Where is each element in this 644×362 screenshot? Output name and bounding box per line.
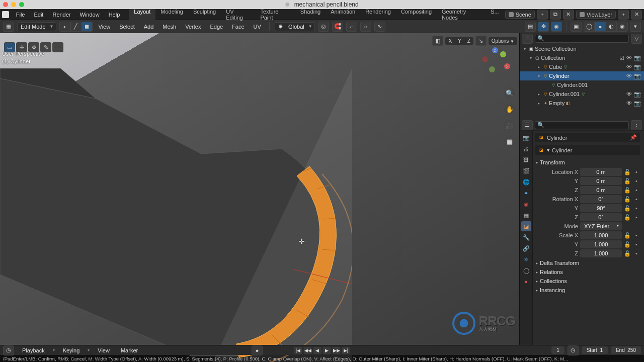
- tab-layout[interactable]: Layout: [129, 7, 155, 22]
- tab-object-icon[interactable]: ◪: [521, 221, 531, 231]
- scale-z-field[interactable]: 1.000: [580, 249, 622, 257]
- tab-constraints-icon[interactable]: 🔗: [521, 243, 531, 253]
- prop-edit-icon[interactable]: ○: [360, 22, 371, 32]
- tree-item-empty[interactable]: ▸✦Empty ◧ 👁📷: [520, 99, 644, 108]
- vis-icon[interactable]: 👁: [626, 55, 632, 61]
- tab-output-icon[interactable]: 🖨: [521, 144, 531, 154]
- menu-view[interactable]: View: [96, 24, 114, 30]
- properties-type-icon[interactable]: ☰: [522, 120, 533, 130]
- orientation-select[interactable]: ⊕ Global▼: [275, 22, 315, 31]
- menu-vertex[interactable]: Vertex: [182, 24, 204, 30]
- viewport-3d[interactable]: ▭ ✛ ✥ ✎ — ◧ XYZ ↘ Options ▼ User Perspec…: [0, 33, 519, 345]
- lock-icon[interactable]: 🔓: [624, 196, 631, 203]
- render-icon[interactable]: 📷: [634, 100, 641, 107]
- lock-icon[interactable]: 🔓: [624, 214, 631, 221]
- tab-animation[interactable]: Animation: [326, 7, 360, 22]
- menu-view-tl[interactable]: View: [95, 347, 113, 353]
- clock-icon[interactable]: ◷: [568, 345, 579, 355]
- tab-scene-icon[interactable]: 🎬: [521, 166, 531, 176]
- tab-uv-editing[interactable]: UV Editing: [221, 7, 255, 22]
- tree-collection[interactable]: ▾▢ Collection ☑👁📷: [520, 53, 644, 62]
- properties-options-icon[interactable]: ⋮: [631, 120, 642, 130]
- overlay-toggle-icon[interactable]: ◉: [551, 22, 562, 32]
- tab-world-icon[interactable]: 🌐: [521, 177, 531, 187]
- rot-y-field[interactable]: 90°: [580, 204, 622, 212]
- xray-toggle-icon[interactable]: ▣: [571, 22, 582, 32]
- tab-geometry-nodes[interactable]: Geometry Nodes: [437, 7, 486, 22]
- menu-marker[interactable]: Marker: [118, 347, 141, 353]
- menu-file[interactable]: File: [12, 11, 29, 19]
- render-icon[interactable]: 📷: [634, 55, 641, 61]
- vis-icon[interactable]: 👁: [626, 91, 632, 98]
- gizmo-toggle-icon[interactable]: ✥: [538, 22, 549, 32]
- timeline-type-icon[interactable]: ◷: [3, 345, 14, 355]
- vis-icon[interactable]: 👁: [626, 73, 632, 79]
- lock-icon[interactable]: 🔓: [624, 205, 631, 212]
- viewlayer-select[interactable]: ViewLayer: [576, 11, 616, 19]
- camera-view-icon[interactable]: 🎥: [504, 120, 515, 131]
- panel-relations[interactable]: ▸Relations: [535, 267, 640, 277]
- tab-objectdata-icon[interactable]: ▦: [521, 210, 531, 220]
- shading-wire-icon[interactable]: ◯: [584, 22, 595, 32]
- face-select-icon[interactable]: ◼: [82, 22, 93, 32]
- panel-collections[interactable]: ▸Collections: [535, 277, 640, 286]
- lock-icon[interactable]: 🔓: [624, 187, 631, 194]
- panel-instancing[interactable]: ▸Instancing: [535, 286, 640, 295]
- menu-keying[interactable]: Keying: [60, 347, 83, 353]
- tab-modifier-icon[interactable]: 🔧: [521, 232, 531, 242]
- shading-options-icon[interactable]: ▾: [630, 22, 641, 32]
- pan-icon[interactable]: ✋: [504, 104, 515, 115]
- scale-y-field[interactable]: 1.000: [580, 240, 622, 248]
- automerge-icon[interactable]: ↘: [475, 36, 487, 46]
- tab-viewlayer-icon[interactable]: 🖼: [521, 155, 531, 165]
- render-icon[interactable]: 📷: [634, 73, 641, 79]
- shading-solid-icon[interactable]: ●: [595, 22, 606, 32]
- mode-select[interactable]: Edit Mode▼: [17, 22, 56, 31]
- tab-objectdata2-icon[interactable]: ◯: [521, 265, 531, 276]
- edge-select-icon[interactable]: ╱: [70, 22, 82, 32]
- mesh-edit-icon[interactable]: ▤: [525, 22, 536, 32]
- gizmo-z-icon[interactable]: Z: [492, 47, 498, 53]
- tab-material-icon[interactable]: ●: [521, 277, 531, 287]
- render-icon[interactable]: 📷: [634, 64, 641, 70]
- current-frame-field[interactable]: 1: [551, 346, 565, 354]
- pivot-icon[interactable]: ◎: [318, 22, 329, 32]
- viewlayer-del-button[interactable]: ✕: [631, 10, 642, 20]
- shading-render-icon[interactable]: ◉: [617, 22, 628, 32]
- tree-item-cylinder-child[interactable]: ▽Cylinder.001: [520, 80, 644, 89]
- tab-compositing[interactable]: Compositing: [396, 7, 437, 22]
- gizmo-x-icon[interactable]: X: [504, 63, 510, 69]
- loc-x-field[interactable]: 0 m: [580, 168, 622, 176]
- nav-gizmo[interactable]: Z Y X: [482, 47, 510, 75]
- jump-end-icon[interactable]: ▶|: [342, 347, 350, 354]
- scene-dup-button[interactable]: ⧉: [550, 10, 561, 20]
- end-field[interactable]: End 250: [611, 346, 641, 354]
- tree-item-cylinder001[interactable]: ▸▽Cylinder.001 ▽ 👁📷: [520, 89, 644, 99]
- tab-texture-paint[interactable]: Texture Paint: [255, 7, 295, 22]
- render-icon[interactable]: 📷: [634, 91, 641, 98]
- lock-icon[interactable]: 🔓: [624, 232, 631, 239]
- properties-search[interactable]: 🔍: [535, 121, 629, 129]
- scene-select[interactable]: Scene: [505, 11, 535, 19]
- shading-matprev-icon[interactable]: ◐: [606, 22, 617, 32]
- vertex-select-icon[interactable]: ▪: [59, 22, 70, 32]
- menu-add[interactable]: Add: [141, 24, 157, 30]
- lock-icon[interactable]: 🔓: [624, 250, 631, 257]
- snap-target-icon[interactable]: ⌐: [346, 22, 357, 32]
- menu-help[interactable]: Help: [105, 11, 124, 19]
- editor-type-icon[interactable]: ▦: [3, 22, 14, 32]
- gizmo-negy-icon[interactable]: [489, 66, 495, 72]
- menu-playback[interactable]: Playback: [19, 347, 48, 353]
- outliner-type-icon[interactable]: ≣: [522, 34, 533, 44]
- persp-ortho-icon[interactable]: ▦: [504, 136, 515, 147]
- scene-del-button[interactable]: ✕: [563, 10, 574, 20]
- tool-measure-icon[interactable]: —: [52, 42, 63, 52]
- menu-render[interactable]: Render: [48, 11, 74, 19]
- vis-icon[interactable]: 👁: [626, 100, 632, 107]
- crumb-object-data[interactable]: ◪▾ Cylinder: [535, 145, 640, 155]
- loc-y-field[interactable]: 0 m: [580, 177, 622, 185]
- snap-icon[interactable]: 🧲: [332, 22, 343, 32]
- lock-icon[interactable]: 🔓: [624, 169, 631, 175]
- crumb-object[interactable]: ◪Cylinder📌: [535, 133, 640, 142]
- lock-icon[interactable]: 🔓: [624, 241, 631, 248]
